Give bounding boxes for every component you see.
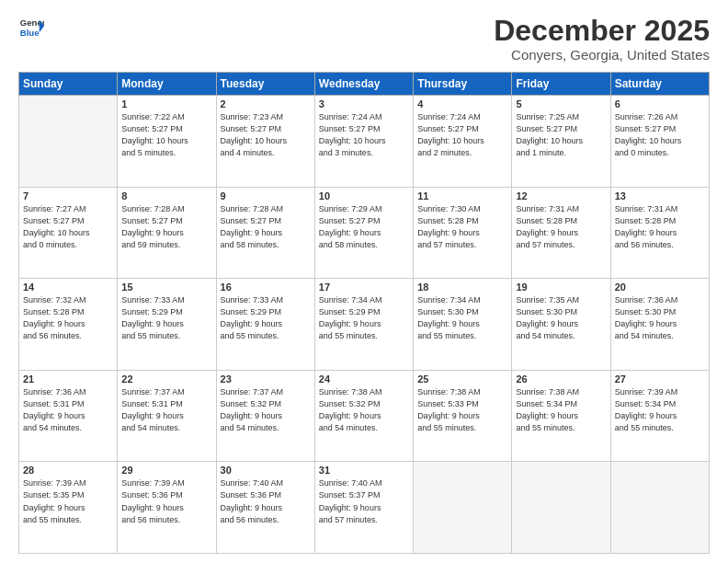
day-info: Sunrise: 7:24 AM Sunset: 5:27 PM Dayligh… — [417, 111, 507, 159]
day-info: Sunrise: 7:34 AM Sunset: 5:29 PM Dayligh… — [319, 294, 409, 342]
day-number: 23 — [221, 373, 311, 385]
day-number: 2 — [221, 98, 311, 109]
calendar-cell: 16Sunrise: 7:33 AM Sunset: 5:29 PM Dayli… — [216, 279, 314, 371]
day-number: 22 — [121, 373, 211, 385]
day-number: 26 — [516, 373, 606, 385]
day-info: Sunrise: 7:32 AM Sunset: 5:28 PM Dayligh… — [23, 294, 113, 342]
day-number: 19 — [516, 282, 606, 293]
day-number: 11 — [417, 190, 507, 201]
calendar-header-monday: Monday — [118, 73, 216, 96]
day-info: Sunrise: 7:23 AM Sunset: 5:27 PM Dayligh… — [221, 111, 311, 159]
calendar-cell: 21Sunrise: 7:36 AM Sunset: 5:31 PM Dayli… — [19, 370, 118, 462]
title-area: December 2025 Conyers, Georgia, United S… — [494, 15, 710, 63]
day-info: Sunrise: 7:28 AM Sunset: 5:27 PM Dayligh… — [121, 203, 211, 251]
calendar-cell: 27Sunrise: 7:39 AM Sunset: 5:34 PM Dayli… — [610, 370, 709, 462]
day-info: Sunrise: 7:34 AM Sunset: 5:30 PM Dayligh… — [417, 294, 507, 342]
day-info: Sunrise: 7:33 AM Sunset: 5:29 PM Dayligh… — [121, 294, 211, 342]
day-info: Sunrise: 7:39 AM Sunset: 5:35 PM Dayligh… — [23, 477, 113, 525]
day-number: 31 — [319, 465, 409, 476]
day-number: 25 — [417, 373, 507, 385]
day-info: Sunrise: 7:31 AM Sunset: 5:28 PM Dayligh… — [615, 203, 705, 251]
calendar-cell: 19Sunrise: 7:35 AM Sunset: 5:30 PM Dayli… — [512, 279, 610, 371]
calendar-cell: 6Sunrise: 7:26 AM Sunset: 5:27 PM Daylig… — [610, 96, 709, 188]
calendar-cell: 15Sunrise: 7:33 AM Sunset: 5:29 PM Dayli… — [118, 279, 216, 371]
day-info: Sunrise: 7:31 AM Sunset: 5:28 PM Dayligh… — [516, 203, 606, 251]
day-number: 1 — [121, 98, 211, 109]
calendar-cell: 26Sunrise: 7:38 AM Sunset: 5:34 PM Dayli… — [512, 370, 610, 462]
day-info: Sunrise: 7:38 AM Sunset: 5:34 PM Dayligh… — [516, 386, 606, 434]
calendar-cell: 22Sunrise: 7:37 AM Sunset: 5:31 PM Dayli… — [118, 370, 216, 462]
day-info: Sunrise: 7:36 AM Sunset: 5:31 PM Dayligh… — [23, 386, 113, 434]
calendar-header-tuesday: Tuesday — [216, 73, 314, 96]
logo: General Blue — [18, 15, 44, 40]
day-number: 30 — [221, 465, 311, 476]
day-number: 16 — [221, 282, 311, 293]
calendar-cell — [19, 96, 118, 188]
day-number: 8 — [121, 190, 211, 201]
calendar-cell: 20Sunrise: 7:36 AM Sunset: 5:30 PM Dayli… — [610, 279, 709, 371]
calendar-cell: 24Sunrise: 7:38 AM Sunset: 5:32 PM Dayli… — [314, 370, 413, 462]
calendar-cell: 8Sunrise: 7:28 AM Sunset: 5:27 PM Daylig… — [118, 187, 216, 279]
day-info: Sunrise: 7:40 AM Sunset: 5:36 PM Dayligh… — [221, 477, 311, 525]
day-number: 17 — [319, 282, 409, 293]
logo-icon: General Blue — [18, 15, 44, 40]
svg-text:Blue: Blue — [20, 28, 40, 38]
calendar-cell: 31Sunrise: 7:40 AM Sunset: 5:37 PM Dayli… — [314, 462, 413, 554]
day-number: 3 — [319, 98, 409, 109]
day-number: 9 — [221, 190, 311, 201]
day-number: 28 — [23, 465, 113, 476]
day-info: Sunrise: 7:35 AM Sunset: 5:30 PM Dayligh… — [516, 294, 606, 342]
day-number: 4 — [417, 98, 507, 109]
day-info: Sunrise: 7:26 AM Sunset: 5:27 PM Dayligh… — [615, 111, 705, 159]
day-number: 20 — [615, 282, 705, 293]
calendar-cell: 9Sunrise: 7:28 AM Sunset: 5:27 PM Daylig… — [216, 187, 314, 279]
day-info: Sunrise: 7:39 AM Sunset: 5:36 PM Dayligh… — [121, 477, 211, 525]
day-number: 12 — [516, 190, 606, 201]
day-number: 6 — [615, 98, 705, 109]
calendar-cell: 4Sunrise: 7:24 AM Sunset: 5:27 PM Daylig… — [414, 96, 512, 188]
day-number: 21 — [23, 373, 113, 385]
calendar-cell: 30Sunrise: 7:40 AM Sunset: 5:36 PM Dayli… — [216, 462, 314, 554]
calendar-cell: 23Sunrise: 7:37 AM Sunset: 5:32 PM Dayli… — [216, 370, 314, 462]
calendar-cell: 17Sunrise: 7:34 AM Sunset: 5:29 PM Dayli… — [314, 279, 413, 371]
day-info: Sunrise: 7:40 AM Sunset: 5:37 PM Dayligh… — [319, 477, 409, 525]
day-info: Sunrise: 7:38 AM Sunset: 5:33 PM Dayligh… — [417, 386, 507, 434]
calendar-table: SundayMondayTuesdayWednesdayThursdayFrid… — [18, 72, 710, 554]
day-info: Sunrise: 7:38 AM Sunset: 5:32 PM Dayligh… — [319, 386, 409, 434]
day-number: 18 — [417, 282, 507, 293]
day-number: 15 — [121, 282, 211, 293]
calendar-header-thursday: Thursday — [414, 73, 512, 96]
calendar-cell: 1Sunrise: 7:22 AM Sunset: 5:27 PM Daylig… — [118, 96, 216, 188]
week-row-4: 21Sunrise: 7:36 AM Sunset: 5:31 PM Dayli… — [19, 370, 710, 462]
day-number: 13 — [615, 190, 705, 201]
day-info: Sunrise: 7:24 AM Sunset: 5:27 PM Dayligh… — [319, 111, 409, 159]
calendar-header-saturday: Saturday — [610, 73, 709, 96]
calendar-cell — [610, 462, 709, 554]
calendar-cell — [414, 462, 512, 554]
calendar-header-row: SundayMondayTuesdayWednesdayThursdayFrid… — [19, 73, 710, 96]
header: General Blue December 2025 Conyers, Geor… — [18, 15, 710, 63]
day-number: 10 — [319, 190, 409, 201]
day-info: Sunrise: 7:36 AM Sunset: 5:30 PM Dayligh… — [615, 294, 705, 342]
calendar-cell: 3Sunrise: 7:24 AM Sunset: 5:27 PM Daylig… — [314, 96, 413, 188]
day-number: 14 — [23, 282, 113, 293]
calendar-header-sunday: Sunday — [19, 73, 118, 96]
calendar-cell: 14Sunrise: 7:32 AM Sunset: 5:28 PM Dayli… — [19, 279, 118, 371]
week-row-1: 1Sunrise: 7:22 AM Sunset: 5:27 PM Daylig… — [19, 96, 710, 188]
day-info: Sunrise: 7:39 AM Sunset: 5:34 PM Dayligh… — [615, 386, 705, 434]
day-info: Sunrise: 7:28 AM Sunset: 5:27 PM Dayligh… — [221, 203, 311, 251]
week-row-2: 7Sunrise: 7:27 AM Sunset: 5:27 PM Daylig… — [19, 187, 710, 279]
day-info: Sunrise: 7:37 AM Sunset: 5:31 PM Dayligh… — [121, 386, 211, 434]
subtitle: Conyers, Georgia, United States — [494, 47, 710, 63]
day-info: Sunrise: 7:30 AM Sunset: 5:28 PM Dayligh… — [417, 203, 507, 251]
day-info: Sunrise: 7:27 AM Sunset: 5:27 PM Dayligh… — [23, 203, 113, 251]
calendar-cell: 7Sunrise: 7:27 AM Sunset: 5:27 PM Daylig… — [19, 187, 118, 279]
week-row-5: 28Sunrise: 7:39 AM Sunset: 5:35 PM Dayli… — [19, 462, 710, 554]
day-number: 5 — [516, 98, 606, 109]
day-info: Sunrise: 7:33 AM Sunset: 5:29 PM Dayligh… — [221, 294, 311, 342]
main-title: December 2025 — [494, 15, 710, 47]
day-number: 24 — [319, 373, 409, 385]
day-info: Sunrise: 7:37 AM Sunset: 5:32 PM Dayligh… — [221, 386, 311, 434]
calendar-cell: 2Sunrise: 7:23 AM Sunset: 5:27 PM Daylig… — [216, 96, 314, 188]
page: General Blue December 2025 Conyers, Geor… — [0, 0, 728, 563]
